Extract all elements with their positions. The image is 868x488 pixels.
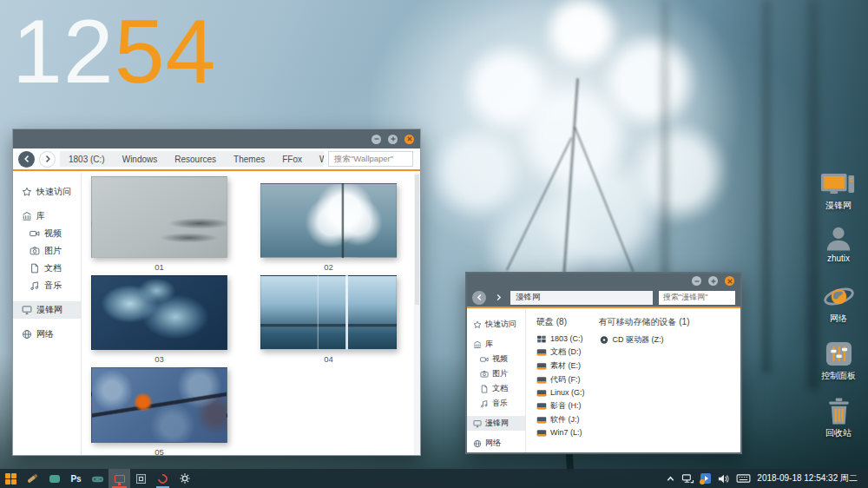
sidebar-item-label: 视频: [492, 353, 508, 365]
clock-minutes: 54: [115, 1, 217, 102]
start-button[interactable]: [0, 469, 22, 488]
sidebar-item-quick-access[interactable]: 快速访问: [467, 317, 525, 332]
sidebar-item-pictures[interactable]: 图片: [467, 366, 525, 381]
drive-item[interactable]: 代码 (F:): [536, 373, 585, 386]
forward-button[interactable]: [39, 151, 56, 168]
removable-devices-group: 有可移动存储的设备 (1) CD 驱动器 (Z:): [599, 316, 690, 452]
desktop-wallpaper[interactable]: 1254 1803 (C:) Windows Resources Themes …: [0, 0, 868, 488]
tray-im-app[interactable]: [700, 473, 711, 484]
sidebar-item-music[interactable]: 音乐: [467, 396, 525, 411]
tray-volume[interactable]: [717, 473, 730, 485]
tray-show-hidden-icons[interactable]: [666, 474, 675, 484]
search-input[interactable]: 搜索"漫锋网": [659, 291, 735, 305]
sidebar-item-label: 库: [36, 210, 45, 222]
sidebar-item-label: 网络: [485, 438, 501, 449]
file-label: 02: [260, 262, 397, 272]
close-button[interactable]: [725, 276, 734, 286]
taskbar-app-downloader[interactable]: [152, 469, 174, 488]
wallpaper-image-02[interactable]: [260, 183, 397, 258]
drive-item[interactable]: 素材 (E:): [536, 359, 585, 373]
desktop-icon-manfengwang[interactable]: 漫锋网: [812, 172, 865, 212]
breadcrumb-item[interactable]: FFox: [273, 155, 311, 164]
tray-touch-keyboard[interactable]: [736, 473, 751, 484]
taskbar-app-notes[interactable]: [130, 469, 152, 488]
sidebar-item-libraries[interactable]: 库: [13, 208, 81, 225]
search-input[interactable]: 搜索"Wallpaper": [328, 151, 413, 167]
file-thumbnail[interactable]: 04: [260, 275, 397, 364]
control-panel-icon: [825, 340, 853, 367]
sidebar-item-network[interactable]: 网络: [13, 326, 81, 343]
address-bar[interactable]: 漫锋网: [510, 291, 653, 305]
scrollbar[interactable]: [414, 173, 420, 455]
sidebar-item-documents[interactable]: 文档: [467, 381, 525, 396]
minimize-button[interactable]: [372, 135, 381, 144]
sidebar-item-this-pc[interactable]: 漫锋网: [467, 416, 525, 431]
close-button[interactable]: [404, 135, 414, 144]
back-button[interactable]: [472, 291, 486, 305]
taskbar-app-messenger[interactable]: [43, 469, 65, 488]
sidebar-item-music[interactable]: 音乐: [13, 277, 81, 294]
cd-drive-item[interactable]: CD 驱动器 (Z:): [599, 333, 690, 346]
file-thumbnail[interactable]: 03: [91, 275, 227, 364]
address-bar[interactable]: 1803 (C:) Windows Resources Themes FFox …: [60, 151, 324, 167]
drive-label: 素材 (E:): [550, 360, 581, 372]
drive-item[interactable]: Win7 (L:): [536, 426, 585, 439]
minimize-button[interactable]: [692, 276, 701, 286]
file-thumbnail[interactable]: 05: [91, 367, 227, 457]
desktop-icon-zhutix[interactable]: zhutix: [812, 226, 865, 263]
explorer-window-wallpaper: 1803 (C:) Windows Resources Themes FFox …: [12, 129, 421, 456]
explorer-sidebar: 快速访问 库 视频 图片 文档 音乐 漫锋网 网络: [13, 173, 82, 455]
breadcrumb-item[interactable]: Wallpaper: [311, 155, 324, 164]
sidebar-item-this-pc[interactable]: 漫锋网: [13, 301, 81, 319]
wallpaper-image-04[interactable]: [260, 275, 397, 350]
wallpaper-image-01[interactable]: [91, 176, 227, 258]
breadcrumb-item[interactable]: Windows: [114, 155, 167, 164]
taskbar-app-games[interactable]: [87, 469, 108, 488]
breadcrumb-item[interactable]: Resources: [166, 155, 225, 164]
sidebar-item-label: 漫锋网: [36, 304, 62, 316]
sidebar-item-videos[interactable]: 视频: [13, 225, 81, 242]
maximize-button[interactable]: [388, 135, 398, 144]
window-titlebar[interactable]: [467, 274, 740, 288]
sidebar-item-documents[interactable]: 文档: [13, 260, 81, 277]
sidebar-item-videos[interactable]: 视频: [467, 352, 525, 366]
desktop-icon-control-panel[interactable]: 控制面板: [812, 340, 865, 382]
maximize-button[interactable]: [708, 276, 718, 286]
taskbar-app-pen[interactable]: [22, 469, 43, 488]
sidebar-item-network[interactable]: 网络: [467, 436, 525, 451]
file-thumbnail[interactable]: 02: [260, 183, 397, 272]
drive-item[interactable]: 1803 (C:): [536, 333, 585, 345]
sidebar-item-pictures[interactable]: 图片: [13, 242, 81, 260]
scrollbar-thumb[interactable]: [415, 175, 419, 305]
window-titlebar[interactable]: [13, 129, 420, 148]
wallpaper-image-05[interactable]: [91, 367, 227, 443]
back-button[interactable]: [18, 151, 35, 168]
taskbar-app-photoshop[interactable]: Ps: [65, 469, 87, 488]
sidebar-item-label: 漫锋网: [485, 418, 509, 429]
taskbar-app-explorer[interactable]: [108, 469, 130, 488]
wallpaper-image-03[interactable]: [91, 275, 227, 350]
breadcrumb-item[interactable]: Themes: [225, 155, 273, 164]
desktop-icon-recycle-bin[interactable]: 回收站: [812, 398, 865, 439]
desktop-icon-network[interactable]: 网络: [812, 283, 865, 325]
drive-item[interactable]: Linux (G:): [536, 386, 585, 399]
windows-logo-icon: [5, 473, 16, 485]
wallpaper-background-tree: [762, 0, 771, 373]
drive-label: Win7 (L:): [550, 428, 582, 437]
drive-label: 代码 (F:): [550, 374, 581, 386]
sidebar-item-quick-access[interactable]: 快速访问: [13, 183, 81, 201]
sidebar-item-label: 文档: [44, 262, 62, 274]
breadcrumb-item[interactable]: 1803 (C:): [60, 155, 114, 164]
network-status-icon: [681, 473, 694, 485]
taskbar-app-settings[interactable]: [174, 469, 195, 488]
file-label: 01: [91, 262, 227, 272]
drive-item[interactable]: 影音 (H:): [536, 399, 585, 412]
taskbar-clock[interactable]: 2018-09-18 12:54:32 周二: [757, 472, 858, 485]
file-thumbnail[interactable]: 01: [91, 176, 227, 272]
drive-item[interactable]: 文档 (D:): [536, 345, 585, 359]
drive-item[interactable]: 软件 (J:): [536, 412, 585, 426]
sidebar-item-libraries[interactable]: 库: [467, 337, 525, 352]
forward-button[interactable]: [491, 291, 505, 305]
tray-network[interactable]: [681, 473, 694, 485]
sidebar-item-label: 快速访问: [485, 319, 516, 330]
